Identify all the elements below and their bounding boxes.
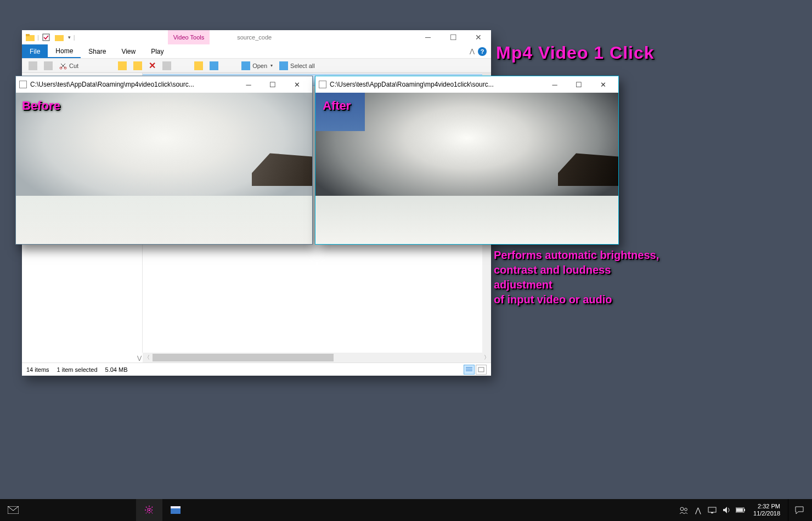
window-controls: ─ ☐ ✕	[415, 30, 491, 44]
clock[interactable]: 2:32 PM 11/2/2018	[750, 503, 783, 517]
details-view-button[interactable]	[464, 365, 475, 375]
delete-icon: ✕	[149, 60, 156, 71]
action-center-button[interactable]	[788, 499, 810, 521]
status-selected: 1 item selected	[57, 366, 98, 373]
scroll-right-icon[interactable]: 〉	[482, 353, 491, 363]
svg-rect-12	[708, 507, 716, 512]
tray-overflow-icon[interactable]: ⋀	[693, 506, 703, 514]
taskbar-left	[0, 499, 189, 521]
rename-button[interactable]	[159, 61, 174, 70]
copy-button[interactable]	[41, 61, 56, 70]
thumbnails-view-button[interactable]	[476, 365, 487, 375]
vm-icon[interactable]	[707, 507, 717, 513]
scrollbar-thumb[interactable]	[153, 354, 334, 361]
folder-icon	[133, 61, 142, 70]
open-label: Open	[252, 63, 267, 69]
svg-rect-1	[26, 34, 30, 36]
minimize-button[interactable]: ─	[415, 30, 441, 44]
selectall-icon	[279, 61, 288, 70]
people-icon[interactable]	[679, 506, 689, 514]
tab-file[interactable]: File	[22, 44, 48, 58]
selectall-label: Select all	[290, 63, 315, 69]
svg-rect-9	[171, 506, 181, 508]
app-task-button[interactable]	[136, 499, 162, 521]
quick-access-toolbar: | ▾ |	[22, 31, 77, 43]
svg-rect-13	[711, 512, 713, 513]
svg-point-10	[680, 507, 684, 511]
chevron-down-icon: ▾	[270, 63, 273, 68]
app-icon	[19, 81, 27, 88]
scroll-left-icon[interactable]: 〈	[143, 353, 151, 363]
ribbon-tabs: File Home Share View Play ⋀ ?	[22, 44, 491, 59]
video-player-after: C:\Users\test\AppData\Roaming\mp4video1c…	[315, 76, 619, 245]
pin-icon	[29, 61, 37, 70]
watermark-line2: www.h265files.com	[24, 228, 94, 233]
copyto-button[interactable]	[130, 61, 145, 70]
nav-collapse-icon[interactable]: ⋁	[22, 353, 143, 363]
tab-home[interactable]: Home	[48, 44, 81, 58]
open-button[interactable]: Open▾	[238, 61, 276, 70]
horizontal-scrollbar[interactable]: 〈 〉	[143, 353, 491, 363]
taskbar[interactable]: ⋀ 2:32 PM 11/2/2018	[0, 499, 812, 521]
video-frame: HEVC / h265 www.h265files.com	[315, 93, 618, 244]
app-icon	[319, 81, 326, 88]
minimize-button[interactable]: ─	[236, 76, 261, 93]
close-button[interactable]: ✕	[466, 30, 491, 44]
qat-divider: |	[37, 34, 39, 41]
svg-rect-15	[744, 509, 745, 511]
overlay-title: Mp4 Video 1 Click	[496, 43, 655, 63]
close-button[interactable]: ✕	[285, 76, 309, 93]
player-after-titlebar[interactable]: C:\Users\test\AppData\Roaming\mp4video1c…	[315, 76, 618, 93]
delete-button[interactable]: ✕	[145, 60, 159, 71]
tab-view[interactable]: View	[114, 44, 143, 58]
player-before-title: C:\Users\test\AppData\Roaming\mp4video1c…	[30, 81, 194, 88]
explorer-titlebar[interactable]: | ▾ | Video Tools source_code ─ ☐ ✕	[22, 30, 491, 44]
maximize-button[interactable]: ☐	[261, 76, 285, 93]
mountain-shape	[558, 153, 618, 186]
copy-icon	[44, 61, 53, 70]
close-button[interactable]: ✕	[591, 76, 615, 93]
cut-label: Cut	[69, 63, 78, 69]
moveto-button[interactable]	[115, 61, 130, 70]
folder-icon	[118, 61, 127, 70]
help-icon[interactable]: ?	[478, 47, 487, 56]
player-after-viewport[interactable]: HEVC / h265 www.h265files.com	[315, 93, 618, 244]
maximize-button[interactable]: ☐	[441, 30, 466, 44]
newfolder-button[interactable]	[191, 61, 206, 70]
minimize-button[interactable]: ─	[543, 76, 567, 93]
ribbon-body: Cut ✕ Open▾ Select all	[22, 59, 491, 73]
overlay-description: Performs automatic brightness, contrast …	[494, 248, 746, 307]
new-folder-icon	[194, 61, 203, 70]
status-bar: 14 items 1 item selected 5.04 MB	[22, 363, 491, 376]
player-after-title: C:\Users\test\AppData\Roaming\mp4video1c…	[330, 81, 494, 88]
tab-share[interactable]: Share	[81, 44, 114, 58]
cut-button[interactable]: Cut	[56, 62, 82, 70]
rename-icon	[162, 61, 171, 70]
contextual-tab-video-tools[interactable]: Video Tools	[168, 30, 210, 44]
volume-icon[interactable]	[721, 506, 731, 514]
pin-button[interactable]	[25, 61, 41, 70]
player-before-viewport[interactable]: HEVC / h265 www.h265files.com	[16, 93, 312, 244]
ribbon-collapse-icon[interactable]: ⋀	[470, 48, 475, 55]
folder-new-icon[interactable]	[53, 31, 65, 43]
explorer-task-button[interactable]	[162, 499, 189, 521]
maximize-button[interactable]: ☐	[567, 76, 591, 93]
properties-icon	[210, 61, 218, 70]
watermark-line1: HEVC / h265	[24, 216, 94, 229]
checkbox-properties-icon[interactable]	[40, 31, 52, 43]
horizontal-scroll-row: ⋁ 〈 〉	[22, 353, 491, 363]
system-tray: ⋀ 2:32 PM 11/2/2018	[679, 499, 812, 521]
player-before-titlebar[interactable]: C:\Users\test\AppData\Roaming\mp4video1c…	[16, 76, 312, 93]
mail-app-button[interactable]	[0, 499, 26, 521]
svg-rect-6	[478, 367, 484, 372]
properties-button[interactable]	[206, 61, 222, 70]
selectall-button[interactable]: Select all	[276, 61, 318, 70]
folder-icon	[24, 31, 36, 43]
watermark: HEVC / h265 www.h265files.com	[24, 216, 94, 233]
overlay-after-label: After	[323, 99, 351, 113]
desc-line: of input video or audio	[494, 292, 746, 307]
tab-play[interactable]: Play	[143, 44, 171, 58]
status-items: 14 items	[26, 366, 49, 373]
qat-dropdown-icon[interactable]: ▾	[66, 35, 72, 40]
battery-icon[interactable]	[736, 507, 746, 513]
